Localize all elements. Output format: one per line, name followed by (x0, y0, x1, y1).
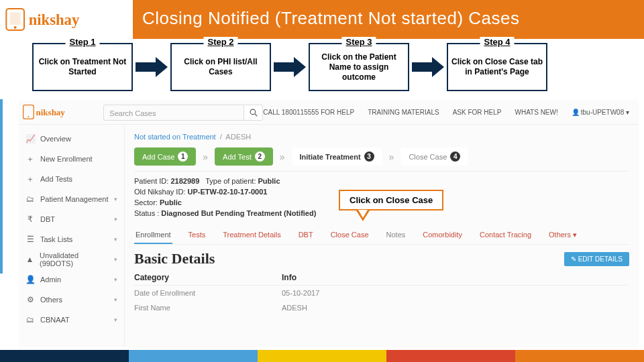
chevron-down-icon: ▾ (114, 316, 117, 323)
arrow-icon (274, 57, 306, 77)
pill-initiate-treatment[interactable]: Initiate Treatment3 (292, 147, 382, 166)
chevron-down-icon: ▾ (114, 276, 117, 283)
tab-close-case[interactable]: Close Case (329, 227, 370, 244)
workflow-pills: Add Case1 » Add Test2 » Initiate Treatme… (134, 147, 629, 172)
footer-bar (0, 350, 644, 362)
chevron-down-icon: ▾ (114, 236, 117, 243)
sidebar-item-task-lists[interactable]: ☰Task Lists▾ (19, 229, 124, 249)
sidebar-item-overview[interactable]: 📈Overview (19, 129, 124, 149)
svg-marker-4 (136, 57, 168, 77)
edit-details-button[interactable]: EDIT DETAILS (564, 252, 629, 266)
svg-rect-1 (10, 12, 21, 25)
tab-dbt[interactable]: DBT (297, 227, 315, 244)
app-screenshot: nikshay Search Cases CALL 1800115555 FOR… (19, 101, 639, 347)
chevron-down-icon: ▾ (114, 196, 117, 202)
callout-text: Click on Close Case (339, 190, 443, 210)
user-icon: 👤 (25, 275, 35, 284)
step-4-text: Click on Close Case tab in Patient's Pag… (451, 57, 543, 77)
search-wrap: Search Cases (103, 105, 263, 121)
arrow-icon (136, 57, 168, 77)
crumb-current: ADESH (225, 133, 251, 141)
detail-row: Date of Enrollment 05-10-2017 (134, 286, 629, 300)
section-title: Basic Details (134, 250, 215, 267)
tab-treatment-details[interactable]: Treatment Details (221, 227, 282, 244)
svg-point-8 (28, 116, 29, 117)
chevron-down-icon: ▾ (114, 256, 117, 263)
step-4-label: Step 4 (480, 37, 514, 47)
chevron-icon: » (280, 152, 285, 162)
tab-tests[interactable]: Tests (187, 227, 207, 244)
tab-contact-tracing[interactable]: Contact Tracing (478, 227, 533, 244)
rupee-icon: ₹ (25, 215, 35, 224)
step-1-label: Step 1 (65, 37, 99, 47)
sidebar-item-unvalidated[interactable]: ▲Unvalidated (99DOTS)▾ (19, 249, 124, 269)
alert-icon: ▲ (25, 255, 34, 264)
dashboard-icon: 📈 (25, 134, 35, 143)
app-logo: nikshay (19, 103, 103, 122)
step-2-label: Step 2 (203, 37, 237, 47)
svg-point-10 (250, 109, 256, 115)
list-icon: ☰ (25, 235, 35, 244)
nav-whats-new[interactable]: WHATS NEW! (515, 109, 557, 116)
svg-text:nikshay: nikshay (36, 107, 66, 117)
svg-marker-6 (412, 57, 444, 77)
svg-point-2 (14, 26, 17, 29)
header: nikshay Closing Notified (Treatment Not … (0, 0, 644, 39)
chevron-down-icon: ▾ (114, 296, 117, 303)
plus-icon: ＋ (25, 174, 35, 185)
sidebar-item-dbt[interactable]: ₹DBT▾ (19, 209, 124, 229)
callout: Click on Close Case (339, 190, 443, 221)
slide-title: Closing Notified (Treatment Not started)… (133, 0, 644, 39)
svg-text:nikshay: nikshay (29, 11, 80, 28)
search-button[interactable] (244, 105, 263, 121)
sidebar-item-cbnaat[interactable]: 🗂CBNAAT▾ (19, 310, 124, 330)
pill-close-case[interactable]: Close Case4 (400, 147, 468, 166)
chevron-icon: » (389, 152, 394, 162)
slide-logo: nikshay (0, 0, 133, 39)
main-panel: Not started on Treatment / ADESH Add Cas… (125, 125, 639, 347)
svg-marker-5 (274, 57, 306, 77)
patient-tabs: Enrollment Tests Treatment Details DBT C… (134, 223, 629, 245)
tab-comorbidity[interactable]: Comorbidity (421, 227, 464, 244)
chevron-down-icon: ▾ (114, 216, 117, 223)
details-header: Category Info (134, 270, 629, 286)
steps-row: Step 1 Click on Treatment Not Started St… (0, 39, 644, 94)
step-2-text: Click on PHI list/All Cases (174, 57, 267, 77)
step-3-text: Click on the Patient Name to assign outc… (313, 52, 405, 82)
breadcrumb: Not started on Treatment / ADESH (134, 130, 629, 147)
nav-help-phone[interactable]: CALL 1800115555 FOR HELP (263, 109, 354, 116)
sidebar-item-patient-mgmt[interactable]: 🗂Patient Management▾ (19, 189, 124, 209)
top-nav: CALL 1800115555 FOR HELP TRAINING MATERI… (263, 109, 639, 116)
callout-tail-icon (356, 210, 370, 221)
step-1-text: Click on Treatment Not Started (36, 57, 129, 77)
nav-training[interactable]: TRAINING MATERIALS (368, 109, 439, 116)
crumb-link[interactable]: Not started on Treatment (134, 133, 216, 141)
search-input[interactable]: Search Cases (103, 105, 244, 121)
tab-notes[interactable]: Notes (385, 227, 407, 244)
pill-add-case[interactable]: Add Case1 (134, 147, 196, 166)
step-3-label: Step 3 (341, 37, 376, 47)
arrow-icon (412, 57, 444, 77)
nav-ask-help[interactable]: ASK FOR HELP (453, 109, 502, 116)
tab-others[interactable]: Others ▾ (547, 227, 578, 244)
tab-enrollment[interactable]: Enrollment (134, 227, 172, 244)
section-header: Basic Details EDIT DETAILS (134, 245, 629, 270)
folder-icon: 🗂 (25, 315, 35, 324)
sidebar-item-others[interactable]: ⚙Others▾ (19, 290, 124, 310)
pill-add-test[interactable]: Add Test2 (215, 147, 273, 166)
step-3: Step 3 Click on the Patient Name to assi… (309, 43, 409, 91)
sidebar-item-admin[interactable]: 👤Admin▾ (19, 269, 124, 290)
plus-icon: ＋ (25, 154, 35, 165)
sidebar-item-new-enrollment[interactable]: ＋New Enrollment (19, 149, 124, 169)
sidebar-item-add-tests[interactable]: ＋Add Tests (19, 169, 124, 189)
detail-row: First Name ADESH (134, 300, 629, 315)
sidebar: 📈Overview ＋New Enrollment ＋Add Tests 🗂Pa… (19, 125, 125, 347)
step-2: Step 2 Click on PHI list/All Cases (170, 43, 271, 91)
step-4: Step 4 Click on Close Case tab in Patien… (447, 43, 547, 91)
left-accent (0, 99, 3, 274)
gear-icon: ⚙ (25, 295, 35, 304)
step-1: Step 1 Click on Treatment Not Started (32, 43, 133, 91)
svg-line-11 (255, 113, 257, 115)
app-topbar: nikshay Search Cases CALL 1800115555 FOR… (19, 101, 639, 125)
nav-user[interactable]: tbu-UPETW08 ▾ (572, 109, 629, 116)
